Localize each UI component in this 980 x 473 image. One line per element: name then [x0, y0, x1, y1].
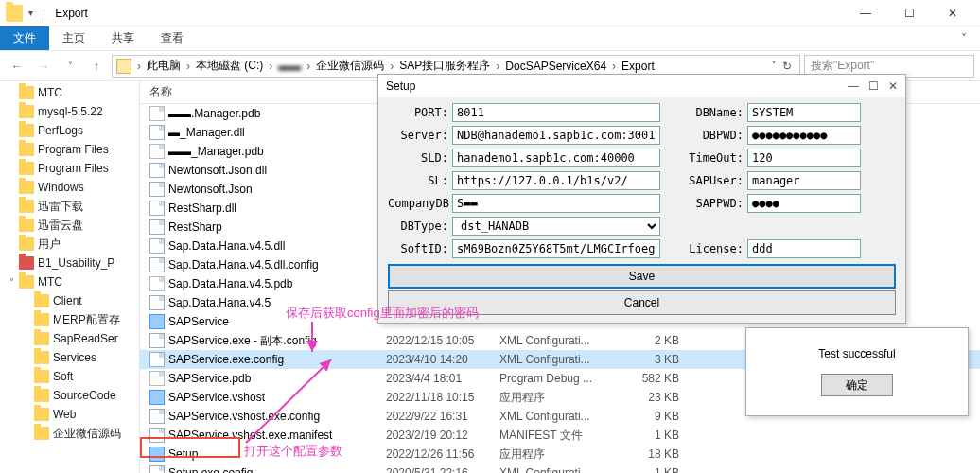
port-label: PORT: [388, 106, 448, 119]
company-label: CompanyDB: [388, 197, 448, 210]
tree-label: SourceCode [53, 389, 116, 402]
maximize-button[interactable]: ☐ [887, 0, 931, 26]
tree-node[interactable]: Client [0, 291, 139, 310]
sl-label: SL: [388, 174, 448, 187]
file-name: Sap.Data.Hana.v4.5.dll [168, 239, 285, 253]
tree-node[interactable]: MTC [0, 83, 139, 102]
file-name: Sap.Data.Hana.v4.5.pdb [168, 277, 292, 290]
qat-down-icon[interactable]: ▾ [28, 8, 33, 18]
save-button[interactable]: Save [388, 264, 896, 289]
file-name: ▬_Manager.dll [168, 126, 245, 139]
message-popup: Test successful 确定 [745, 327, 969, 416]
forward-button[interactable]: → [32, 55, 55, 78]
tree-node[interactable]: 用户 [0, 235, 139, 254]
server-input[interactable] [452, 126, 660, 145]
file-name: Setup [168, 447, 198, 461]
timeout-input[interactable] [747, 149, 861, 167]
sl-input[interactable] [452, 171, 660, 190]
tree-node[interactable]: mysql-5.5.22 [0, 102, 139, 121]
sld-label: SLD: [388, 151, 448, 165]
tree-node[interactable]: SourceCode [0, 386, 139, 405]
tree-node[interactable]: SapReadSer [0, 329, 139, 348]
file-type: 应用程序 [499, 447, 622, 463]
folder-icon [19, 105, 34, 118]
sld-input[interactable] [452, 149, 660, 167]
tree-node[interactable]: Program Files [0, 159, 139, 178]
folder-icon [34, 351, 49, 364]
file-name: SAPService.exe - 副本.config [168, 333, 317, 349]
dropdown-icon[interactable]: ˅ [771, 60, 777, 73]
tree-label: Program Files [38, 143, 109, 156]
sapuser-label: SAPUser: [679, 174, 744, 187]
file-row[interactable]: Setup2022/12/26 11:56应用程序18 KB [140, 445, 980, 464]
folder-tree[interactable]: MTCmysql-5.5.22PerfLogsProgram FilesProg… [0, 81, 140, 473]
tree-label: Web [53, 408, 76, 421]
file-date: 2020/5/31 22:16 [386, 466, 499, 473]
sapuser-input[interactable] [747, 171, 861, 190]
file-icon [149, 163, 165, 178]
dbtype-label: DBType: [388, 219, 448, 233]
file-size: 582 KB [622, 372, 689, 385]
tree-node[interactable]: 迅雷云盘 [0, 216, 139, 235]
dialog-minimize-button[interactable]: — [848, 79, 859, 93]
tree-node[interactable]: Soft [0, 367, 139, 386]
file-icon [149, 182, 165, 197]
cancel-button[interactable]: Cancel [388, 290, 896, 315]
separator: | [43, 7, 45, 20]
file-icon [149, 447, 165, 462]
tree-node[interactable]: MERP配置存 [0, 310, 139, 329]
dialog-maximize-button[interactable]: ☐ [868, 79, 879, 93]
minimize-button[interactable]: — [844, 0, 887, 26]
file-tab[interactable]: 文件 [0, 26, 49, 50]
home-tab[interactable]: 主页 [49, 26, 98, 50]
folder-icon [19, 86, 34, 99]
tree-node[interactable]: B1_Usability_P [0, 254, 139, 272]
ribbon-expand-icon[interactable]: ˅ [948, 26, 980, 50]
sappwd-input[interactable] [747, 194, 861, 213]
recent-dropdown[interactable]: ˅ [59, 55, 81, 78]
tree-label: 企业微信源码 [53, 426, 121, 442]
dbpwd-input[interactable] [747, 126, 861, 145]
tree-label: 迅雷下载 [38, 199, 83, 215]
folder-icon [19, 219, 34, 232]
back-button[interactable]: ← [6, 55, 28, 78]
company-input[interactable] [452, 194, 660, 213]
tree-node[interactable]: 企业微信源码 [0, 424, 139, 443]
file-icon [149, 106, 165, 121]
up-button[interactable]: ↑ [85, 55, 108, 78]
tree-node[interactable]: Windows [0, 178, 139, 197]
file-size: 23 KB [622, 391, 689, 404]
tree-node[interactable]: ˅MTC [0, 272, 139, 291]
softid-input[interactable] [452, 239, 660, 258]
file-name: SAPService.pdb [168, 372, 251, 385]
server-label: Server: [388, 129, 448, 142]
file-type: XML Configurati... [499, 353, 622, 366]
tree-node[interactable]: Web [0, 405, 139, 424]
file-row[interactable]: SAPService.vshost.exe.manifest2023/2/19 … [140, 426, 980, 445]
popup-ok-button[interactable]: 确定 [821, 374, 893, 396]
file-date: 2022/12/26 11:56 [386, 447, 499, 461]
share-tab[interactable]: 共享 [98, 26, 148, 50]
dbname-input[interactable] [747, 103, 861, 122]
license-input[interactable] [747, 239, 861, 258]
tree-node[interactable]: Program Files [0, 140, 139, 159]
file-size: 2 KB [622, 334, 689, 347]
refresh-icon[interactable]: ↻ [782, 60, 792, 73]
dbtype-select[interactable]: dst_HANADB [452, 217, 660, 236]
file-name: Sap.Data.Hana.v4.5.dll.config [168, 258, 319, 272]
tree-node[interactable]: 迅雷下载 [0, 197, 139, 216]
file-name: ▬▬_Manager.pdb [168, 145, 264, 158]
view-tab[interactable]: 查看 [148, 26, 197, 50]
folder-icon [19, 237, 34, 251]
tree-node[interactable]: Services [0, 348, 139, 367]
file-name: SAPService.vshost.exe.config [168, 410, 320, 423]
tree-label: B1_Usability_P [38, 256, 114, 270]
file-row[interactable]: Setup.exe.config2020/5/31 22:16XML Confi… [140, 464, 980, 473]
dialog-close-button[interactable]: ✕ [888, 79, 898, 93]
ribbon-tabs: 文件 主页 共享 查看 ˅ [0, 26, 980, 51]
tree-node[interactable]: PerfLogs [0, 121, 139, 140]
close-button[interactable]: ✕ [931, 0, 974, 26]
file-icon [149, 219, 165, 235]
file-icon [149, 125, 165, 140]
port-input[interactable] [452, 103, 660, 122]
